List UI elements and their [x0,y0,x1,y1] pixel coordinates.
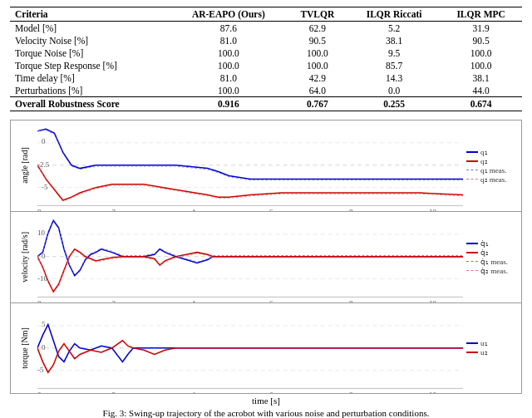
svg-text:-10: -10 [37,274,47,283]
table-row: Torque Step Response [%]100.0100.085.710… [10,59,522,71]
svg-text:2: 2 [112,208,116,211]
table-row: Perturbations [%]100.064.00.044.0 [10,84,522,97]
svg-text:4: 4 [192,208,196,211]
velocity-chart-area: 10 0 -10 0 2 4 6 8 10 [37,212,463,302]
svg-text:5: 5 [42,320,46,328]
row-value: 38.1 [440,71,522,84]
row-value: 81.0 [170,34,287,47]
velocity-legend: q̇₁ q̇₂ q̇₁ meas. q̇₂ meas. [463,212,521,302]
charts-section: angle [rad] 0 [10,120,522,394]
legend-u2: u₂ [466,348,518,357]
col-tvlqr: TVLQR [287,7,348,22]
row-value: 0.916 [170,97,287,111]
svg-text:10: 10 [429,298,436,302]
torque-chart-area: 5 0 -5 0 2 4 6 8 10 [37,303,463,394]
legend-qdot1: q̇₁ [466,239,518,248]
legend-qdot2-measured: q̇₂ meas. [466,267,518,275]
row-value: 0.255 [348,97,440,111]
svg-text:8: 8 [349,208,353,211]
table-row: Torque Noise [%]100.0100.09.5100.0 [10,47,522,59]
row-value: 9.5 [348,47,440,59]
velocity-svg: 10 0 -10 0 2 4 6 8 10 [37,212,463,302]
row-value: 100.0 [170,84,287,97]
svg-text:0: 0 [37,390,42,393]
svg-text:0: 0 [37,208,42,211]
row-value: 0.674 [440,97,522,111]
table-row: Overall Robustness Score0.9160.7670.2550… [10,97,522,111]
svg-text:8: 8 [349,298,353,302]
svg-text:2: 2 [112,298,116,302]
row-value: 31.9 [440,22,522,35]
table-section: Criteria AR-EAPO (Ours) TVLQR ILQR Ricca… [10,7,522,111]
svg-text:8: 8 [349,390,353,393]
row-criteria: Velocity Noise [%] [10,34,170,47]
row-criteria: Perturbations [%] [10,84,170,97]
angle-chart-area: 0 -2.5 -5 0 2 4 6 8 10 [37,120,463,211]
torque-ylabel: torque [Nm] [11,303,37,394]
row-value: 5.2 [348,22,440,35]
xaxis-label: time [s] [10,396,522,406]
row-value: 62.9 [287,22,348,35]
col-ilqr-riccati: ILQR Riccati [348,7,440,22]
svg-text:6: 6 [269,390,273,393]
svg-text:0: 0 [42,343,46,352]
torque-svg: 5 0 -5 0 2 4 6 8 10 [37,303,463,394]
results-table: Criteria AR-EAPO (Ours) TVLQR ILQR Ricca… [10,7,522,111]
svg-text:-5: -5 [37,366,44,374]
svg-text:4: 4 [192,390,196,393]
svg-text:10: 10 [429,390,436,393]
col-criteria: Criteria [10,7,170,22]
row-criteria: Time delay [%] [10,71,170,84]
row-value: 87.6 [170,22,287,35]
svg-text:10: 10 [37,229,45,237]
legend-q1: q₁ [466,148,518,156]
row-value: 14.3 [348,71,440,84]
row-value: 38.1 [348,34,440,47]
row-criteria: Torque Step Response [%] [10,59,170,71]
svg-text:0: 0 [37,298,42,302]
table-row: Time delay [%]81.042.914.338.1 [10,71,522,84]
svg-text:0: 0 [42,252,46,260]
row-criteria: Model [%] [10,22,170,35]
legend-qdot1-measured: q̇₁ meas. [466,258,518,266]
svg-text:-2.5: -2.5 [37,160,50,169]
velocity-chart-row: velocity [rad/s] 10 0 [10,212,522,303]
legend-u1: u₁ [466,339,518,347]
svg-text:6: 6 [269,208,273,211]
svg-text:2: 2 [112,390,116,393]
table-row: Velocity Noise [%]81.090.538.190.5 [10,34,522,47]
row-criteria: Overall Robustness Score [10,97,170,111]
row-value: 90.5 [287,34,348,47]
row-value: 42.9 [287,71,348,84]
svg-text:10: 10 [429,208,436,211]
legend-q1-measured: q₁ meas. [466,166,518,175]
row-value: 64.0 [287,84,348,97]
col-ar-eapo: AR-EAPO (Ours) [170,7,287,22]
angle-svg: 0 -2.5 -5 0 2 4 6 8 10 [37,120,463,211]
torque-legend: u₁ u₂ [463,303,521,394]
figure-caption: Fig. 3: Swing-up trajectory of the acrob… [10,408,522,418]
table-row: Model [%]87.662.95.231.9 [10,22,522,35]
row-value: 100.0 [170,47,287,59]
legend-q2-measured: q₂ meas. [466,175,518,184]
row-value: 85.7 [348,59,440,71]
legend-qdot2: q̇₂ [466,248,518,257]
row-value: 0.0 [348,84,440,97]
row-value: 81.0 [170,71,287,84]
angle-chart-row: angle [rad] 0 [10,120,522,212]
row-value: 44.0 [440,84,522,97]
row-value: 100.0 [287,47,348,59]
col-ilqr-mpc: ILQR MPC [440,7,522,22]
row-criteria: Torque Noise [%] [10,47,170,59]
svg-text:-5: -5 [42,183,48,191]
torque-chart-row: torque [Nm] 5 0 -5 0 2 [10,303,522,395]
svg-text:4: 4 [192,298,196,302]
svg-text:6: 6 [269,298,273,302]
row-value: 100.0 [287,59,348,71]
velocity-ylabel: velocity [rad/s] [11,212,37,302]
angle-ylabel: angle [rad] [11,120,37,211]
row-value: 100.0 [440,47,522,59]
row-value: 100.0 [440,59,522,71]
row-value: 0.767 [287,97,348,111]
row-value: 90.5 [440,34,522,47]
